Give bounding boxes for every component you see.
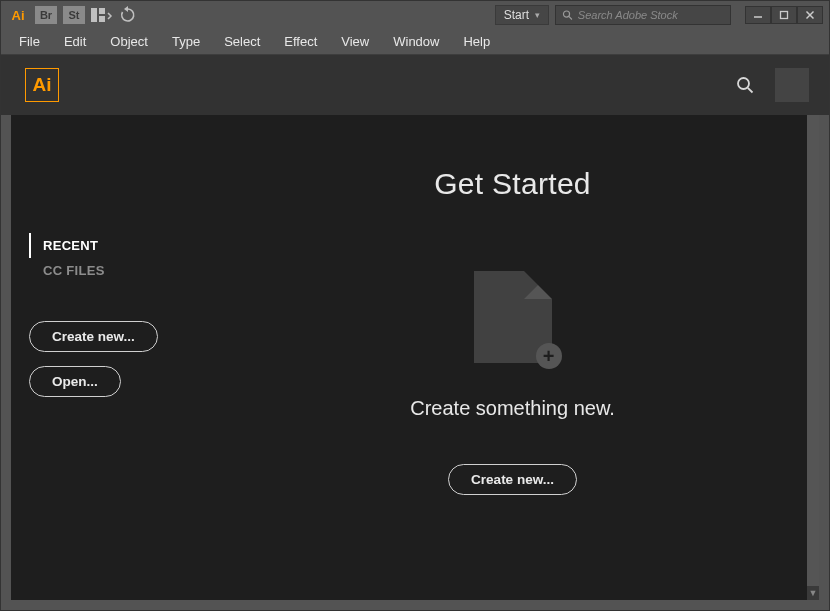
svg-line-10 <box>748 88 753 93</box>
sidebar-item-recent[interactable]: RECENT <box>29 233 188 258</box>
sidebar-item-ccfiles[interactable]: CC FILES <box>29 258 188 283</box>
header-search-button[interactable] <box>729 69 761 101</box>
search-icon <box>735 75 755 95</box>
svg-line-4 <box>569 16 572 19</box>
app-window: Ai Br St Start ▾ File Edit Object Type S… <box>0 0 830 611</box>
scroll-down-arrow[interactable]: ▼ <box>807 586 819 600</box>
svg-rect-1 <box>99 8 105 14</box>
sync-settings-icon[interactable] <box>119 6 137 24</box>
start-header: Ai <box>1 55 829 115</box>
menu-select[interactable]: Select <box>212 30 272 53</box>
svg-rect-6 <box>781 12 788 19</box>
illustrator-logo: Ai <box>25 68 59 102</box>
svg-point-9 <box>738 78 749 89</box>
menu-window[interactable]: Window <box>381 30 451 53</box>
svg-rect-2 <box>99 16 105 22</box>
stock-search-input[interactable] <box>578 9 724 21</box>
menu-file[interactable]: File <box>7 30 52 53</box>
minimize-button[interactable] <box>745 6 771 24</box>
app-badge-ai: Ai <box>7 6 29 24</box>
menu-effect[interactable]: Effect <box>272 30 329 53</box>
subheading: Create something new. <box>410 397 615 420</box>
menubar: File Edit Object Type Select Effect View… <box>1 29 829 55</box>
workspace-label: Start <box>504 8 529 22</box>
bridge-badge[interactable]: Br <box>35 6 57 24</box>
menu-edit[interactable]: Edit <box>52 30 98 53</box>
menu-type[interactable]: Type <box>160 30 212 53</box>
account-avatar[interactable] <box>775 68 809 102</box>
titlebar: Ai Br St Start ▾ <box>1 1 829 29</box>
arrange-documents-icon[interactable] <box>91 8 113 22</box>
stock-badge[interactable]: St <box>63 6 85 24</box>
open-button[interactable]: Open... <box>29 366 121 397</box>
menu-help[interactable]: Help <box>451 30 502 53</box>
new-document-icon: + <box>474 271 552 363</box>
stock-search-box[interactable] <box>555 5 731 25</box>
content-wrap: RECENT CC FILES Create new... Open... Ge… <box>1 115 829 610</box>
chevron-down-icon: ▾ <box>535 10 540 20</box>
maximize-button[interactable] <box>771 6 797 24</box>
start-workspace: RECENT CC FILES Create new... Open... Ge… <box>11 115 819 600</box>
svg-point-3 <box>563 11 569 17</box>
workspace-switcher[interactable]: Start ▾ <box>495 5 549 25</box>
menu-object[interactable]: Object <box>98 30 160 53</box>
page-title: Get Started <box>434 167 591 201</box>
start-sidebar: RECENT CC FILES Create new... Open... <box>11 115 206 600</box>
svg-rect-0 <box>91 8 97 22</box>
close-button[interactable] <box>797 6 823 24</box>
create-new-button-main[interactable]: Create new... <box>448 464 577 495</box>
create-new-button[interactable]: Create new... <box>29 321 158 352</box>
start-main: Get Started + Create something new. Crea… <box>206 115 819 600</box>
scroll-thumb[interactable] <box>807 115 819 600</box>
vertical-scrollbar[interactable]: ▲ ▼ <box>807 115 819 600</box>
search-icon <box>562 9 573 21</box>
menu-view[interactable]: View <box>329 30 381 53</box>
window-controls <box>745 6 823 24</box>
plus-icon: + <box>536 343 562 369</box>
